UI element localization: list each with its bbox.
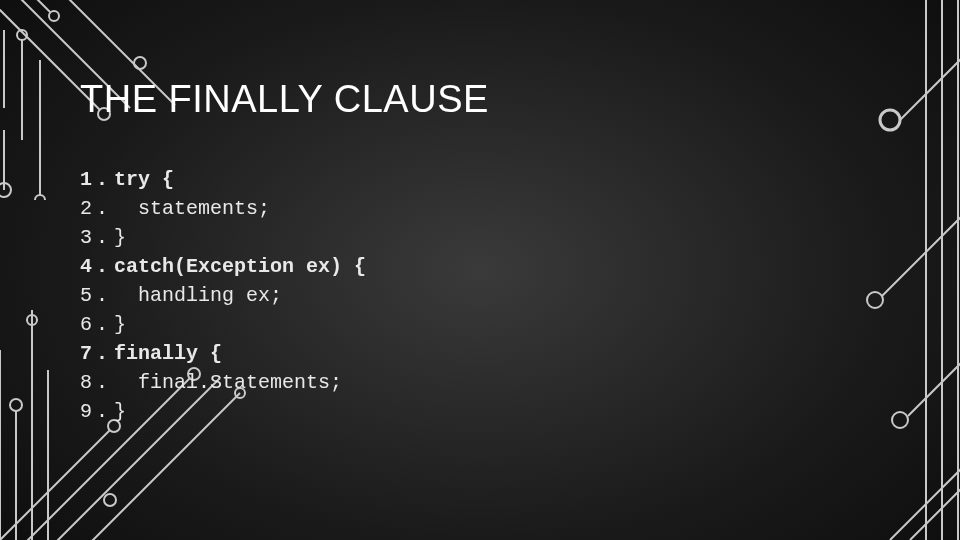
code-line: 1.try {: [80, 165, 366, 194]
slide-content: THE FINALLY CLAUSE 1.try {2. statements;…: [80, 78, 920, 426]
svg-point-4: [49, 11, 59, 21]
code-line: 6.}: [80, 310, 366, 339]
line-number: 6: [80, 310, 96, 339]
line-number: 9: [80, 397, 96, 426]
code-line: 9.}: [80, 397, 366, 426]
line-code: handling ex;: [114, 281, 366, 310]
svg-line-37: [910, 480, 960, 540]
code-line: 2. statements;: [80, 194, 366, 223]
line-code: statements;: [114, 194, 366, 223]
line-separator: .: [96, 252, 114, 281]
code-line: 7.finally {: [80, 339, 366, 368]
svg-point-10: [17, 30, 27, 40]
code-line: 8. final.Statements;: [80, 368, 366, 397]
line-code: }: [114, 223, 366, 252]
svg-line-38: [890, 460, 960, 540]
svg-point-13: [134, 57, 146, 69]
svg-point-18: [27, 315, 37, 325]
svg-point-27: [104, 494, 116, 506]
svg-line-20: [0, 430, 110, 540]
line-number: 3: [80, 223, 96, 252]
line-separator: .: [96, 223, 114, 252]
line-separator: .: [96, 310, 114, 339]
line-separator: .: [96, 368, 114, 397]
line-number: 2: [80, 194, 96, 223]
line-code: }: [114, 310, 366, 339]
line-code: }: [114, 397, 366, 426]
line-separator: .: [96, 339, 114, 368]
slide-title: THE FINALLY CLAUSE: [80, 78, 920, 121]
line-code: final.Statements;: [114, 368, 366, 397]
line-code: try {: [114, 165, 366, 194]
code-line: 5. handling ex;: [80, 281, 366, 310]
line-separator: .: [96, 397, 114, 426]
line-number: 1: [80, 165, 96, 194]
line-separator: .: [96, 281, 114, 310]
svg-point-8: [0, 183, 11, 197]
line-code: catch(Exception ex) {: [114, 252, 366, 281]
line-separator: .: [96, 165, 114, 194]
line-number: 7: [80, 339, 96, 368]
code-line: 3.}: [80, 223, 366, 252]
line-number: 5: [80, 281, 96, 310]
svg-point-12: [35, 195, 45, 200]
code-line: 4.catch(Exception ex) {: [80, 252, 366, 281]
line-number: 4: [80, 252, 96, 281]
line-number: 8: [80, 368, 96, 397]
svg-point-16: [10, 399, 22, 411]
line-separator: .: [96, 194, 114, 223]
svg-line-3: [28, 0, 50, 12]
line-code: finally {: [114, 339, 366, 368]
code-block: 1.try {2. statements;3.}4.catch(Exceptio…: [80, 165, 366, 426]
